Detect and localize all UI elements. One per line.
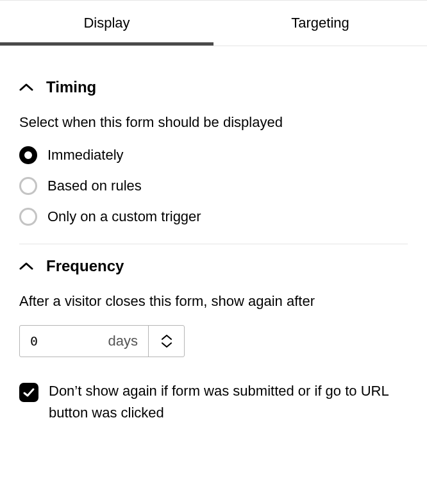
chevron-up-icon xyxy=(161,334,172,340)
tab-indicator xyxy=(0,42,214,46)
chevron-up-icon xyxy=(19,80,33,94)
frequency-stepper[interactable] xyxy=(148,326,184,357)
radio-label: Immediately xyxy=(47,147,124,164)
tab-targeting[interactable]: Targeting xyxy=(214,1,427,46)
timing-section: Timing Select when this form should be d… xyxy=(19,65,408,244)
radio-icon xyxy=(19,208,37,226)
checkbox-checked-icon[interactable] xyxy=(19,383,38,402)
tab-display[interactable]: Display xyxy=(0,1,214,46)
radio-based-on-rules[interactable]: Based on rules xyxy=(19,177,408,195)
radio-immediately[interactable]: Immediately xyxy=(19,146,408,164)
radio-custom-trigger[interactable]: Only on a custom trigger xyxy=(19,208,408,226)
frequency-description: After a visitor closes this form, show a… xyxy=(19,293,408,310)
frequency-section: Frequency After a visitor closes this fo… xyxy=(19,244,408,442)
radio-label: Based on rules xyxy=(47,178,142,194)
frequency-number-input[interactable]: 0 days xyxy=(19,325,185,357)
radio-label: Only on a custom trigger xyxy=(47,208,201,225)
frequency-title: Frequency xyxy=(46,257,124,275)
radio-icon xyxy=(19,146,37,164)
chevron-down-icon xyxy=(161,342,172,348)
timing-description: Select when this form should be displaye… xyxy=(19,114,408,131)
frequency-unit: days xyxy=(108,326,148,357)
dont-show-label: Don’t show again if form was submitted o… xyxy=(49,380,408,424)
timing-title: Timing xyxy=(46,78,96,96)
tabs: Display Targeting xyxy=(0,1,427,46)
timing-header[interactable]: Timing xyxy=(19,78,408,96)
frequency-value[interactable]: 0 xyxy=(20,326,108,357)
chevron-up-icon xyxy=(19,259,33,273)
dont-show-checkbox-option[interactable]: Don’t show again if form was submitted o… xyxy=(19,380,408,424)
timing-radio-group: Immediately Based on rules Only on a cus… xyxy=(19,146,408,226)
frequency-header[interactable]: Frequency xyxy=(19,257,408,275)
radio-icon xyxy=(19,177,37,195)
